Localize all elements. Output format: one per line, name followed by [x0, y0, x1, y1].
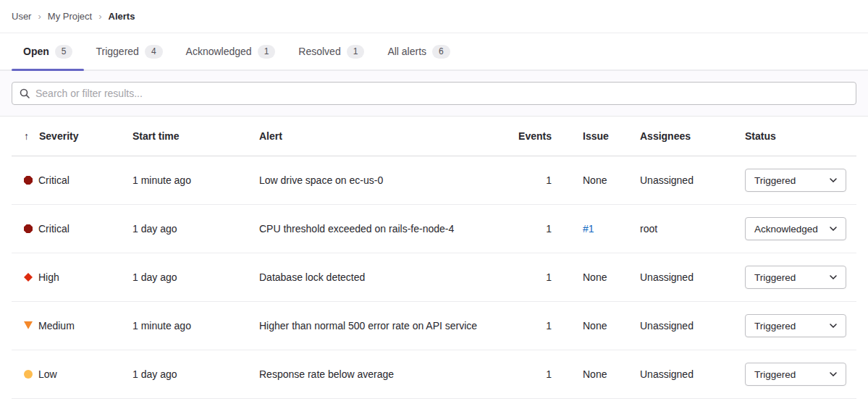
sort-ascending-icon: ↑ — [24, 130, 29, 142]
events-count-cell: 1 — [515, 223, 557, 235]
tab-resolved[interactable]: Resolved 1 — [287, 33, 376, 69]
chevron-down-icon — [830, 324, 837, 328]
status-dropdown-label: Acknowledged — [754, 224, 818, 235]
assignees-cell: Unassigned — [640, 320, 745, 332]
severity-cell: Critical — [12, 223, 132, 235]
column-header-start-time[interactable]: Start time — [132, 130, 259, 142]
tab-triggered-label: Triggered — [96, 46, 138, 57]
severity-low-icon — [24, 370, 33, 379]
assignees-cell: root — [640, 223, 745, 235]
chevron-down-icon — [830, 227, 837, 231]
severity-label: High — [38, 271, 59, 283]
column-header-events[interactable]: Events — [515, 130, 557, 142]
chevron-down-icon — [830, 178, 837, 182]
column-header-issue: Issue — [557, 130, 640, 142]
severity-label: Medium — [38, 320, 75, 332]
alert-title-cell[interactable]: Database lock detected — [259, 271, 515, 283]
issue-cell: None — [557, 320, 640, 332]
column-header-severity-label: Severity — [39, 130, 78, 142]
issue-none-label: None — [583, 320, 607, 332]
tab-all-alerts-count-badge: 6 — [432, 45, 450, 59]
table-row[interactable]: Medium1 minute agoHigher than normal 500… — [12, 302, 856, 350]
chevron-down-icon — [830, 372, 837, 376]
status-cell: Triggered — [745, 169, 856, 192]
events-count-cell: 1 — [515, 368, 557, 380]
alerts-table: ↑ Severity Start time Alert Events Issue… — [0, 117, 868, 399]
start-time-cell: 1 minute ago — [132, 174, 259, 186]
issue-none-label: None — [583, 174, 607, 186]
tab-resolved-label: Resolved — [298, 46, 340, 57]
issue-cell: None — [557, 271, 640, 283]
assignees-cell: Unassigned — [640, 368, 745, 380]
chevron-right-icon: › — [98, 11, 101, 22]
tab-all-alerts[interactable]: All alerts 6 — [376, 33, 461, 69]
status-cell: Triggered — [745, 314, 856, 337]
assignees-cell: Unassigned — [640, 271, 745, 283]
severity-cell: Critical — [12, 174, 132, 186]
status-dropdown-label: Triggered — [754, 272, 796, 283]
tab-all-alerts-label: All alerts — [387, 46, 426, 57]
search-input[interactable] — [12, 82, 856, 105]
severity-label: Critical — [38, 174, 69, 186]
chevron-down-icon — [830, 275, 837, 279]
column-header-assignees: Assignees — [640, 130, 745, 142]
breadcrumb-user[interactable]: User — [12, 11, 31, 22]
column-header-alert[interactable]: Alert — [259, 130, 515, 142]
issue-cell: None — [557, 368, 640, 380]
issue-none-label: None — [583, 368, 607, 380]
filter-band — [0, 71, 868, 117]
table-row[interactable]: High1 day agoDatabase lock detected1None… — [12, 253, 856, 302]
tab-open-count-badge: 5 — [55, 45, 73, 59]
alerts-table-body: Critical1 minute agoLow drive space on e… — [12, 156, 856, 399]
issue-cell: #1 — [557, 223, 640, 235]
alert-title-cell[interactable]: Higher than normal 500 error rate on API… — [259, 320, 515, 332]
alert-title-cell[interactable]: CPU threshold exceeded on rails-fe-node-… — [259, 223, 515, 235]
issue-cell: None — [557, 174, 640, 186]
status-dropdown[interactable]: Triggered — [745, 266, 846, 289]
events-count-cell: 1 — [515, 271, 557, 283]
status-cell: Acknowledged — [745, 217, 856, 240]
assignees-cell: Unassigned — [640, 174, 745, 186]
table-row[interactable]: Critical1 day agoCPU threshold exceeded … — [12, 205, 856, 253]
events-count-cell: 1 — [515, 174, 557, 186]
status-cell: Triggered — [745, 266, 856, 289]
tab-acknowledged[interactable]: Acknowledged 1 — [174, 33, 287, 69]
severity-cell: Low — [12, 368, 132, 380]
issue-none-label: None — [583, 271, 607, 283]
tab-triggered[interactable]: Triggered 4 — [84, 33, 174, 69]
table-header-row: ↑ Severity Start time Alert Events Issue… — [12, 117, 856, 156]
status-dropdown[interactable]: Triggered — [745, 169, 846, 192]
table-row[interactable]: Low1 day agoResponse rate below average1… — [12, 350, 856, 399]
start-time-cell: 1 day ago — [132, 223, 259, 235]
severity-medium-icon — [24, 321, 33, 330]
alerts-tabs: Open 5 Triggered 4 Acknowledged 1 Resolv… — [0, 33, 868, 71]
severity-high-icon — [24, 273, 33, 282]
column-header-status: Status — [745, 130, 856, 142]
status-dropdown[interactable]: Triggered — [745, 314, 846, 337]
tab-acknowledged-count-badge: 1 — [258, 45, 276, 59]
status-dropdown-label: Triggered — [754, 369, 796, 380]
alert-title-cell[interactable]: Response rate below average — [259, 368, 515, 380]
status-dropdown-label: Triggered — [754, 175, 796, 186]
tab-open[interactable]: Open 5 — [12, 33, 84, 69]
tab-resolved-count-badge: 1 — [347, 45, 365, 59]
status-dropdown[interactable]: Triggered — [745, 363, 846, 386]
column-header-severity[interactable]: ↑ Severity — [12, 130, 132, 142]
severity-label: Critical — [38, 223, 69, 235]
status-dropdown-label: Triggered — [754, 321, 796, 332]
start-time-cell: 1 day ago — [132, 368, 259, 380]
alert-title-cell[interactable]: Low drive space on ec-us-0 — [259, 174, 515, 186]
status-dropdown[interactable]: Acknowledged — [745, 217, 846, 240]
status-cell: Triggered — [745, 363, 856, 386]
start-time-cell: 1 minute ago — [132, 320, 259, 332]
breadcrumb-my-project[interactable]: My Project — [48, 11, 92, 22]
table-row[interactable]: Critical1 minute agoLow drive space on e… — [12, 156, 856, 205]
severity-cell: Medium — [12, 320, 132, 332]
chevron-right-icon: › — [38, 11, 41, 22]
severity-critical-icon — [24, 224, 33, 233]
breadcrumb-alerts: Alerts — [109, 11, 135, 22]
issue-link[interactable]: #1 — [583, 223, 594, 235]
events-count-cell: 1 — [515, 320, 557, 332]
breadcrumb: User › My Project › Alerts — [0, 0, 868, 33]
severity-cell: High — [12, 271, 132, 283]
